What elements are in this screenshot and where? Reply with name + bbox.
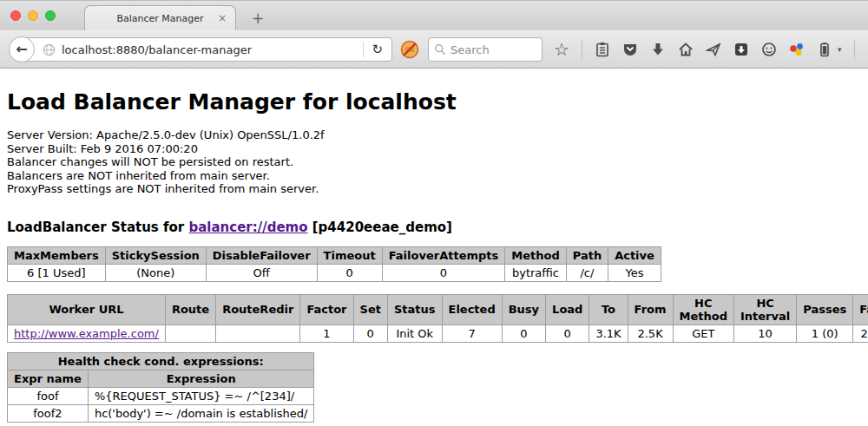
search-icon — [434, 43, 446, 56]
chat-smiley-icon[interactable] — [761, 42, 777, 57]
back-button[interactable]: ← — [9, 36, 35, 62]
back-arrow-icon: ← — [16, 43, 27, 56]
worker-status-table: Worker URL Route RouteRedir Factor Set S… — [7, 294, 868, 343]
header-status: Status — [387, 294, 442, 324]
worker-url-link[interactable]: http://www.example.com/ — [14, 327, 159, 340]
header-factor: Factor — [300, 294, 353, 324]
chevron-down-icon[interactable]: ▾ — [838, 45, 842, 54]
bookmark-star-icon[interactable]: ☆ — [554, 42, 569, 57]
header-worker-url: Worker URL — [8, 294, 166, 324]
toolbar-divider — [582, 40, 582, 59]
server-version-line: Server Version: Apache/2.5.0-dev (Unix) … — [7, 128, 861, 142]
balancer-settings-table: MaxMembers StickySession DisableFailover… — [7, 246, 661, 282]
cell-passes: 1 (0) — [797, 324, 853, 342]
cell-worker-url: http://www.example.com/ — [8, 324, 166, 342]
browser-tab[interactable]: Balancer Manager × — [84, 5, 236, 30]
tab-title: Balancer Manager — [116, 13, 203, 24]
table-header-row: Expr name Expression — [8, 370, 314, 387]
toolbar-divider — [854, 40, 855, 59]
cell-active: Yes — [608, 264, 661, 281]
cell-maxmembers: 6 [1 Used] — [8, 264, 106, 281]
header-failoverattempts: FailoverAttempts — [382, 246, 505, 264]
header-active: Active — [608, 246, 661, 264]
toolbar-icons: ☆ — [554, 40, 868, 59]
header-hc-interval: HC Interval — [733, 294, 796, 324]
cell-stickysession: (None) — [105, 264, 206, 281]
url-text[interactable]: localhost:8880/balancer-manager — [62, 43, 363, 56]
table-header-row: Worker URL Route RouteRedir Factor Set S… — [8, 294, 868, 324]
cell-expression: hc('body') =~ /domain is established/ — [88, 404, 314, 422]
cell-disablefailover: Off — [206, 264, 317, 281]
table-header-row: MaxMembers StickySession DisableFailover… — [8, 246, 661, 264]
health-check-table: Health check cond. expressions: Expr nam… — [7, 352, 314, 423]
download-box-icon[interactable] — [733, 42, 749, 57]
table-row: http://www.example.com/ 1 0 Init Ok 7 0 … — [8, 324, 868, 342]
cell-timeout: 0 — [317, 264, 382, 281]
window-titlebar: Balancer Manager × + — [0, 0, 868, 30]
url-bar[interactable]: localhost:8880/balancer-manager ↻ — [21, 37, 392, 62]
pocket-icon[interactable] — [622, 42, 638, 57]
zoom-window-button[interactable] — [45, 10, 56, 21]
persist-warning-line: Balancer changes will NOT be persisted o… — [7, 155, 861, 169]
header-load: Load — [546, 294, 589, 324]
loadbalancer-status-heading: LoadBalancer Status for balancer://demo … — [7, 220, 861, 235]
server-info-block: Server Version: Apache/2.5.0-dev (Unix) … — [7, 128, 861, 196]
header-expression: Expression — [88, 370, 314, 387]
header-maxmembers: MaxMembers — [8, 246, 106, 264]
cell-routeredir — [216, 324, 300, 342]
status-heading-prefix: LoadBalancer Status for — [7, 220, 188, 235]
header-set: Set — [353, 294, 387, 324]
cell-busy: 0 — [502, 324, 545, 342]
battery-extension-icon[interactable] — [817, 42, 832, 57]
header-fails: Fails — [853, 294, 868, 324]
inherit-warning-line: Balancers are NOT inherited from main se… — [7, 169, 861, 183]
new-tab-button[interactable]: + — [252, 10, 264, 27]
reload-icon[interactable]: ↻ — [372, 43, 383, 56]
search-bar[interactable] — [428, 37, 542, 62]
cell-expression: %{REQUEST_STATUS} =~ /^[234]/ — [88, 387, 314, 404]
cell-to: 3.1K — [589, 324, 628, 342]
page-title: Load Balancer Manager for localhost — [7, 69, 861, 115]
table-row: 6 [1 Used] (None) Off 0 0 bytraffic /c/ … — [8, 264, 661, 281]
page-content: Load Balancer Manager for localhost Serv… — [0, 69, 868, 426]
plugin-blocked-icon[interactable] — [400, 40, 419, 59]
header-timeout: Timeout — [317, 246, 382, 264]
cell-failoverattempts: 0 — [382, 264, 505, 281]
cell-method: bytraffic — [505, 264, 566, 281]
globe-icon — [43, 43, 56, 56]
cell-expr-name: foof2 — [8, 404, 89, 422]
bookmarks-clipboard-icon[interactable] — [595, 42, 610, 57]
balancer-demo-link[interactable]: balancer://demo — [188, 220, 307, 235]
cell-fails: 2 (0) — [853, 324, 868, 342]
header-hc-method: HC Method — [673, 294, 733, 324]
tab-close-icon[interactable]: × — [218, 13, 227, 23]
close-window-button[interactable] — [10, 10, 21, 21]
search-input[interactable] — [450, 43, 529, 56]
cell-hc-method: GET — [673, 324, 733, 342]
cell-set: 0 — [353, 324, 387, 342]
cell-expr-name: foof — [8, 387, 89, 404]
header-to: To — [589, 294, 628, 324]
health-table-title: Health check cond. expressions: — [8, 352, 314, 370]
cell-path: /c/ — [566, 264, 608, 281]
table-title-row: Health check cond. expressions: — [8, 352, 314, 370]
home-icon[interactable] — [678, 42, 694, 57]
table-row: foof2 hc('body') =~ /domain is establish… — [8, 404, 314, 422]
send-plane-icon[interactable] — [706, 42, 721, 57]
header-from: From — [628, 294, 673, 324]
traffic-lights — [10, 10, 56, 21]
proxypass-warning-line: ProxyPass settings are NOT inherited fro… — [7, 182, 861, 196]
server-built-line: Server Built: Feb 9 2016 07:00:20 — [7, 142, 861, 156]
table-row: foof %{REQUEST_STATUS} =~ /^[234]/ — [8, 387, 314, 404]
navigation-toolbar: ← localhost:8880/balancer-manager ↻ ☆ — [0, 30, 868, 69]
video-downloadhelper-icon[interactable] — [789, 42, 805, 57]
header-route: Route — [165, 294, 215, 324]
header-stickysession: StickySession — [105, 246, 206, 264]
cell-load: 0 — [546, 324, 589, 342]
status-heading-suffix: [p4420eeae_demo] — [308, 220, 452, 235]
header-path: Path — [566, 246, 608, 264]
minimize-window-button[interactable] — [28, 10, 38, 21]
header-elected: Elected — [442, 294, 502, 324]
header-method: Method — [505, 246, 566, 264]
downloads-icon[interactable] — [650, 42, 666, 57]
